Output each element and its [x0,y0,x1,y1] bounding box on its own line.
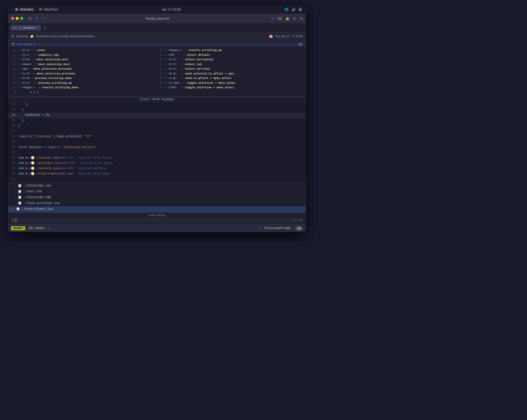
activities-icon: ⊞ [15,7,18,11]
results-count: 9 / 9 [293,219,302,222]
keyboard-icon: ⌨ [277,17,282,20]
tab-icon: abc [13,26,17,29]
settings-icon: ⚙ [293,17,296,20]
keymap-row: i -> <Down> -> move_selection_next [10,62,157,67]
result-filename: ./init.lua [23,189,42,194]
find-files-title: Find Files [10,214,304,217]
telescope-keymaps-panel: 🔭 Telescope_/ 1 i -> <C-C> -> close i ->… [8,40,306,97]
code-line: 17 [8,129,306,134]
tab-label: >_ wezterm [19,26,34,30]
telescope-header-title: Telescope_/ [17,43,35,46]
wezterm-tab-icon: 📟 [39,8,43,11]
location-date: Tue Jan 17 [275,35,290,38]
telescope-header: 🔭 Telescope_/ 1 [8,42,306,46]
telescope-header-icon: 🔭 [11,43,15,46]
keymap-row: i -> <C-X> -> select_horizontal [157,57,304,62]
code-line: 20 local builtin = require 'telescope.bu… [8,145,306,150]
keymap-row: i -> <Tab> -> toggle_selection + move_se… [157,85,304,90]
activities-button[interactable]: ⊞ Activities [12,6,37,12]
keymap-row: i -> <C-T> -> select_tab [157,62,304,67]
code-line: 15 }, [8,118,306,123]
code-line: 18 require('telescope').load_extension '… [8,134,306,139]
keymap-row: i -> <C-P> -> move_selection_previous [10,71,157,76]
keymap-row: 10 n = { [10,90,157,95]
system-bar-clock: Jan 17 23:58 [58,8,284,11]
window-title: Rocky Linux 9.0 [47,17,269,20]
keymap-row: i -> <C-C> -> close [10,48,157,53]
code-line: 24 vim.kyn🌕./onenord.luaeader>fb', built… [8,166,306,171]
system-bar-right: 🌐 🔊 ⏻ [284,8,302,11]
keymap-row: i -> <M-q> -> send_selected_to_qflist + … [157,71,304,76]
find-files-input-row[interactable]: > 9 / 9 [10,218,304,223]
result-filename: ./telescope.tmp [23,195,51,200]
activities-label: Activities [20,7,34,11]
vim-mode-badge: INSERT [11,226,25,230]
close-button[interactable] [11,17,14,20]
code-line: 21 [8,150,306,155]
result-item-selected[interactable]: > 🌕 ./nvim-hlsens.lua [8,206,306,212]
keymap-row: i -> <C-L> -> complete_tag [10,53,157,58]
keymap-row: i -> <C-D>-> preview_scrolling_down [10,76,157,81]
window: ⊞ Activities 📟 WezTerm Jan 17 23:58 🌐 🔊 … [8,5,306,232]
result-item[interactable]: 📄 ./telescope.tmp [8,194,306,200]
code-line: 12 }, [8,102,306,107]
terminal-wrapper: abc >_ wezterm ✕ + 🖥 localhost 📁 /home/u… [8,23,306,232]
lua-file-icon: 🌕 [18,184,21,188]
tab-wezterm[interactable]: abc >_ wezterm ✕ [10,25,41,31]
title-bar-right: ☀ ⌨ 🔒 ⚙ 🖥 [271,17,303,20]
keymap-row: i -> <C-U> -> preview_scrolling_up [10,81,157,86]
result-indent [11,195,15,200]
keymap-row: i -> <C-V> -> select_vertical [157,67,304,71]
power-ctrl-icon: ⏻ [28,17,31,20]
keymaps-left: i -> <C-C> -> close i -> <C-L> -> comple… [10,48,157,95]
telescope-results-panel: 🌕 ./telescope.lua 🌕 ./init.lua 📄 ./teles… [8,183,306,212]
hostname: localhost [16,35,28,38]
filename-display: [No Name] [28,227,45,230]
tab-add-button[interactable]: + [42,25,47,31]
result-indent [11,183,15,188]
result-filename: ./nvim-scrollbar.lua [23,201,60,206]
prompt-prefix: > [12,219,14,222]
power-icon: ⏻ [299,8,302,11]
wezterm-tab-label: WezTerm [44,8,58,11]
result-filename: ./nvim-hlsens.lua [22,207,52,212]
wezterm-tab[interactable]: 📟 WezTerm [39,8,58,11]
filetype-display: TelescopePrompt [264,227,291,230]
lock-icon: 🔒 [285,17,289,20]
code-editor[interactable]: 12 }, 13 } 14 winblend = 20, 15 }, 1 [8,102,306,183]
lua-file-icon: 🌕 [18,202,21,205]
code-line: 16 } [8,123,306,129]
result-item[interactable]: 🌕 ./telescope.lua [8,183,306,189]
tab-bar: abc >_ wezterm ✕ + [8,23,306,32]
folder-icon: 📁 [30,35,34,38]
code-line: 23 vim.kyn🌕./gitsigns.luaeader>fg', buil… [8,161,306,166]
result-filename: ./telescope.lua [23,183,51,188]
pause-icon: ⏸ [35,17,38,20]
tmp-file-icon: 📄 [18,196,21,199]
traffic-lights [11,17,23,20]
keymaps-right: i -> <PageU…> -> results_scrolling_up i … [157,48,304,95]
result-item[interactable]: 🌕 ./nvim-scrollbar.lua [8,201,306,206]
find-files-bar: Find Files > 9 / 9 [8,212,306,225]
keymap-rows: i -> <C-C> -> close i -> <C-L> -> comple… [8,47,306,95]
monitor-icon: 🖥 [300,17,303,20]
code-line: 26 [8,177,306,182]
result-indent [11,201,15,206]
telescope-result-count: 1 [298,43,303,46]
modified-icon: ✏ [47,227,49,230]
cursor-indicator [16,219,16,222]
system-bar: ⊞ Activities 📟 WezTerm Jan 17 23:58 🌐 🔊 … [8,5,306,14]
result-indent [11,189,15,194]
maximize-button[interactable] [20,17,23,20]
volume-icon: 🔊 [292,8,296,11]
code-line: 25 vim.kyn🌕./nvim-treesitter.lua', built… [8,171,306,177]
title-bar: ⏻ ⏸ ◁ Rocky Linux 9.0 ☀ ⌨ 🔒 ⚙ 🖥 [8,14,306,23]
minimize-button[interactable] [16,17,19,20]
keymap-row: i -> <PageU…> -> results_scrolling_up [157,48,304,53]
network-icon: 🌐 [284,8,288,11]
tab-close-icon[interactable]: ✕ [36,26,38,29]
keymap-row: i -> <C-N> -> move_selection_next [10,57,157,62]
status-right: ≡ TelescopePrompt 🪨 [258,226,303,231]
result-item[interactable]: 🌕 ./init.lua [8,189,306,194]
rocky-badge: 🪨 [295,226,303,231]
